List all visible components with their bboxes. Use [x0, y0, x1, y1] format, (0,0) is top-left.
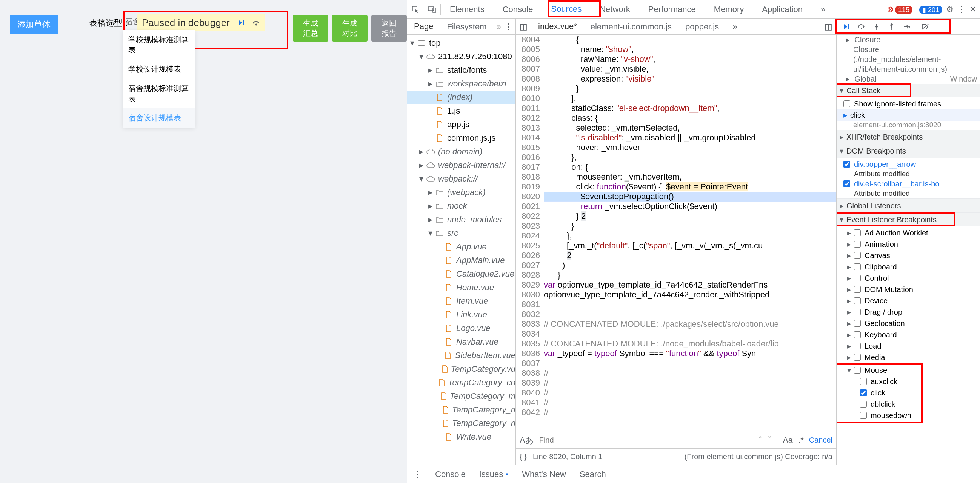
tree-item[interactable]: Home.vue — [407, 281, 515, 294]
code-editor[interactable]: 8004800580068007800880098010801180128013… — [516, 35, 836, 432]
file-tab-active[interactable]: index.vue* — [531, 19, 584, 34]
tree-item[interactable]: App.vue — [407, 240, 515, 254]
tree-item[interactable]: Navbar.vue — [407, 335, 515, 349]
toggle-nav-icon[interactable]: ◫ — [516, 22, 531, 32]
tree-item[interactable]: ▾webpack:// — [407, 172, 515, 186]
ignore-listed-checkbox[interactable] — [843, 100, 850, 107]
drawer-search[interactable]: Search — [580, 469, 606, 479]
toggle-debug-icon[interactable]: ◫ — [821, 22, 836, 32]
tree-item[interactable]: AppMain.vue — [407, 254, 515, 267]
nav-tab-page[interactable]: Page — [407, 19, 440, 34]
elb-category[interactable]: ▸Load — [837, 340, 980, 352]
file-tabs-more[interactable]: » — [725, 19, 744, 34]
regex-toggle[interactable]: .* — [798, 435, 804, 445]
tree-item[interactable]: 1.js — [407, 104, 515, 118]
tree-item[interactable]: TempCategory_ri — [407, 403, 515, 416]
elb-category[interactable]: ▸Keyboard — [837, 329, 980, 340]
tab-console[interactable]: Console — [493, 0, 542, 19]
tab-sources[interactable]: Sources — [542, 0, 590, 19]
dom-bp-header[interactable]: ▾DOM Breakpoints — [837, 144, 980, 158]
tree-item[interactable]: app.js — [407, 118, 515, 131]
tree-item[interactable]: Link.vue — [407, 308, 515, 321]
find-next-icon[interactable]: ˅ — [768, 435, 772, 445]
tree-item[interactable]: TempCategory.vu — [407, 362, 515, 376]
tree-item[interactable]: ▸webpack-internal:/ — [407, 159, 515, 172]
elb-category[interactable]: ▸Canvas — [837, 250, 980, 261]
tab-memory[interactable]: Memory — [705, 0, 753, 19]
resume-icon[interactable] — [234, 15, 249, 30]
elb-category[interactable]: ▸Geolocation — [837, 318, 980, 329]
gen-summary-button[interactable]: 生成汇总 — [293, 15, 328, 41]
tree-item[interactable]: ▸mock — [407, 199, 515, 213]
resume-icon[interactable] — [839, 20, 854, 33]
elb-category[interactable]: ▸Ad Auction Worklet — [837, 227, 980, 238]
tree-item[interactable]: (index) — [407, 91, 515, 104]
back-button[interactable]: 返回报告 — [371, 15, 407, 41]
mouse-event-item[interactable]: mousedown — [837, 410, 980, 421]
find-cancel-button[interactable]: Cancel — [809, 436, 832, 445]
dropdown-item[interactable]: 学校设计规模表 — [123, 60, 195, 79]
info-badge[interactable]: ▮ 201 — [916, 5, 942, 14]
tree-item[interactable]: ▸(webpack) — [407, 186, 515, 199]
dropdown-item[interactable]: 学校规模标准测算表 — [123, 30, 195, 60]
error-badge[interactable]: ⊗115 — [887, 5, 912, 14]
mouse-event-item[interactable]: auxclick — [837, 376, 980, 387]
dom-bp-item[interactable]: div.el-scrollbar__bar.is-ho — [837, 178, 980, 189]
elb-category[interactable]: ▸Control — [837, 272, 980, 284]
callstack-frame[interactable]: ▸click — [837, 110, 980, 121]
kebab-icon[interactable]: ⋮ — [957, 5, 966, 14]
mouse-cat-checkbox[interactable] — [854, 367, 861, 373]
elb-category[interactable]: ▸Device — [837, 295, 980, 307]
tree-item[interactable]: SidebarItem.vue — [407, 349, 515, 362]
gear-icon[interactable]: ⚙ — [946, 5, 954, 14]
find-prev-icon[interactable]: ˄ — [758, 435, 762, 445]
tabs-more[interactable]: » — [812, 0, 834, 19]
tree-item[interactable]: TempCategory_co — [407, 376, 515, 389]
dropdown-item[interactable]: 宿舍规模标准测算表 — [123, 79, 195, 108]
elb-category[interactable]: ▸Media — [837, 352, 980, 363]
tree-item[interactable]: ▸(no domain) — [407, 145, 515, 159]
tree-item[interactable]: TempCategory_ri — [407, 416, 515, 430]
global-listeners-header[interactable]: ▸Global Listeners — [837, 199, 980, 213]
close-icon[interactable]: ✕ — [969, 5, 976, 14]
step-into-icon[interactable] — [869, 20, 884, 33]
add-button[interactable]: 添加单体 — [10, 15, 58, 34]
mouse-event-item[interactable]: click — [837, 387, 980, 399]
tree-item[interactable]: Item.vue — [407, 294, 515, 308]
tree-item[interactable]: ▾top — [407, 36, 515, 50]
tree-item[interactable]: Write.vue — [407, 430, 515, 444]
drawer-console[interactable]: Console — [435, 469, 466, 479]
drawer-issues[interactable]: Issues ▪ — [479, 469, 509, 479]
kebab-icon[interactable]: ⋮ — [504, 22, 515, 32]
tree-item[interactable]: Catalogue2.vue — [407, 267, 515, 281]
file-tree[interactable]: ▾top▾211.82.97.250:1080▸static/fonts▸wor… — [407, 35, 515, 465]
dropdown-item-active[interactable]: 宿舍设计规模表 — [123, 108, 195, 127]
tree-item[interactable]: ▸static/fonts — [407, 64, 515, 77]
match-case-toggle[interactable]: Aa — [783, 435, 793, 445]
find-input[interactable] — [539, 436, 753, 445]
nav-more[interactable]: » — [493, 22, 504, 32]
nav-tab-filesystem[interactable]: Filesystem — [440, 19, 493, 34]
elb-category[interactable]: ▸Clipboard — [837, 261, 980, 272]
drawer-kebab-icon[interactable]: ⋮ — [413, 469, 422, 479]
tab-elements[interactable]: Elements — [441, 0, 493, 19]
tree-item[interactable]: Logo.vue — [407, 321, 515, 335]
dom-bp-item[interactable]: div.popper__arrow — [837, 159, 980, 170]
gen-compare-button[interactable]: 生成对比 — [332, 15, 368, 41]
step-over-icon[interactable] — [854, 20, 869, 33]
elb-category[interactable]: ▸Animation — [837, 238, 980, 250]
elb-category[interactable]: ▸Drag / drop — [837, 307, 980, 318]
step-out-icon[interactable] — [884, 20, 899, 33]
tab-network[interactable]: Network — [590, 0, 639, 19]
device-icon[interactable] — [424, 6, 441, 13]
step-over-icon[interactable] — [249, 15, 264, 30]
xhr-bp-header[interactable]: ▸XHR/fetch Breakpoints — [837, 130, 980, 144]
tree-item[interactable]: ▾211.82.97.250:1080 — [407, 50, 515, 64]
drawer-whatsnew[interactable]: What's New — [522, 469, 566, 479]
mouse-event-item[interactable]: dblclick — [837, 399, 980, 410]
format-icon[interactable]: { } — [520, 453, 527, 461]
tree-item[interactable]: common.js.js — [407, 131, 515, 145]
tree-item[interactable]: ▸node_modules — [407, 213, 515, 226]
deactivate-bp-icon[interactable] — [918, 20, 933, 33]
inspect-icon[interactable] — [407, 6, 424, 13]
